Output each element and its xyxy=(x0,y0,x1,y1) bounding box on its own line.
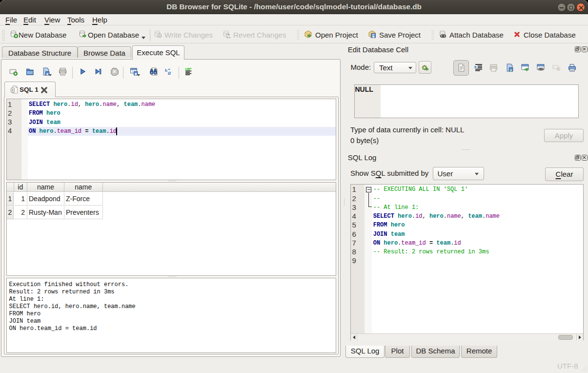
svg-text:a: a xyxy=(168,69,171,76)
svg-text:b: b xyxy=(165,68,167,73)
